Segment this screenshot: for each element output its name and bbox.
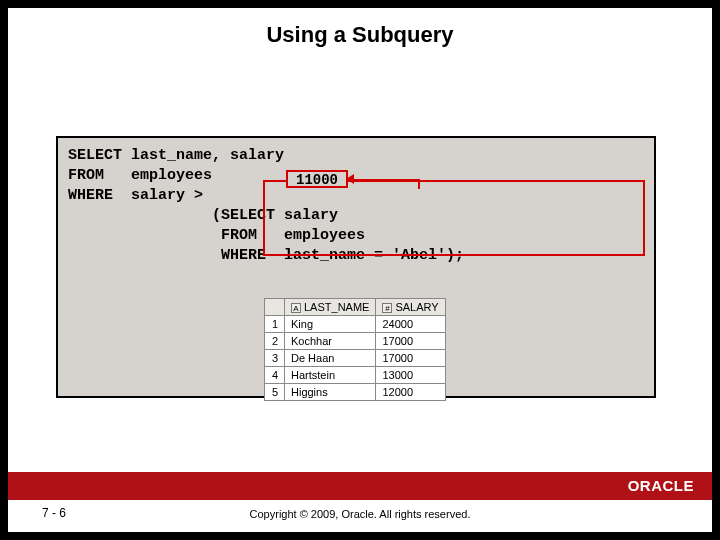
table-row: 5 Higgins 12000 xyxy=(265,384,446,401)
table-row: 2 Kochhar 17000 xyxy=(265,333,446,350)
cell-last-name: De Haan xyxy=(285,350,376,367)
col-label-2: SALARY xyxy=(395,301,438,313)
cell-salary: 12000 xyxy=(376,384,445,401)
row-number: 5 xyxy=(265,384,285,401)
cell-salary: 17000 xyxy=(376,350,445,367)
copyright-text: Copyright © 2009, Oracle. All rights res… xyxy=(8,508,712,520)
cell-salary: 17000 xyxy=(376,333,445,350)
code-line-6: WHERE last_name = 'Abel'); xyxy=(68,247,464,264)
code-line-1: SELECT last_name, salary xyxy=(68,147,284,164)
table-row: 4 Hartstein 13000 xyxy=(265,367,446,384)
code-line-2: FROM employees xyxy=(68,167,212,184)
cell-salary: 24000 xyxy=(376,316,445,333)
table-header-row: ALAST_NAME #SALARY xyxy=(265,299,446,316)
cell-last-name: Hartstein xyxy=(285,367,376,384)
row-number: 1 xyxy=(265,316,285,333)
slide-title: Using a Subquery xyxy=(8,8,712,68)
result-table: ALAST_NAME #SALARY 1 King 24000 2 Kochha… xyxy=(264,298,446,401)
footer-bar: ORACLE xyxy=(8,472,712,500)
row-number-header xyxy=(265,299,285,316)
row-number: 3 xyxy=(265,350,285,367)
cell-last-name: Higgins xyxy=(285,384,376,401)
row-number: 4 xyxy=(265,367,285,384)
col-label-1: LAST_NAME xyxy=(304,301,369,313)
arrow-icon xyxy=(350,179,420,181)
code-line-4: (SELECT salary xyxy=(68,207,338,224)
oracle-logo: ORACLE xyxy=(628,477,694,494)
row-number: 2 xyxy=(265,333,285,350)
subquery-result-value: 11000 xyxy=(286,170,348,188)
column-type-icon: # xyxy=(382,303,392,313)
arrow-head-icon xyxy=(346,174,354,184)
cell-salary: 13000 xyxy=(376,367,445,384)
code-line-3: WHERE salary > xyxy=(68,187,203,204)
table-row: 1 King 24000 xyxy=(265,316,446,333)
table-row: 3 De Haan 17000 xyxy=(265,350,446,367)
slide: Using a Subquery SELECT last_name, salar… xyxy=(8,8,712,532)
cell-last-name: King xyxy=(285,316,376,333)
column-type-icon: A xyxy=(291,303,301,313)
code-line-5: FROM employees xyxy=(68,227,365,244)
arrow-connector-icon xyxy=(418,179,420,189)
col-last-name: ALAST_NAME xyxy=(285,299,376,316)
col-salary: #SALARY xyxy=(376,299,445,316)
cell-last-name: Kochhar xyxy=(285,333,376,350)
